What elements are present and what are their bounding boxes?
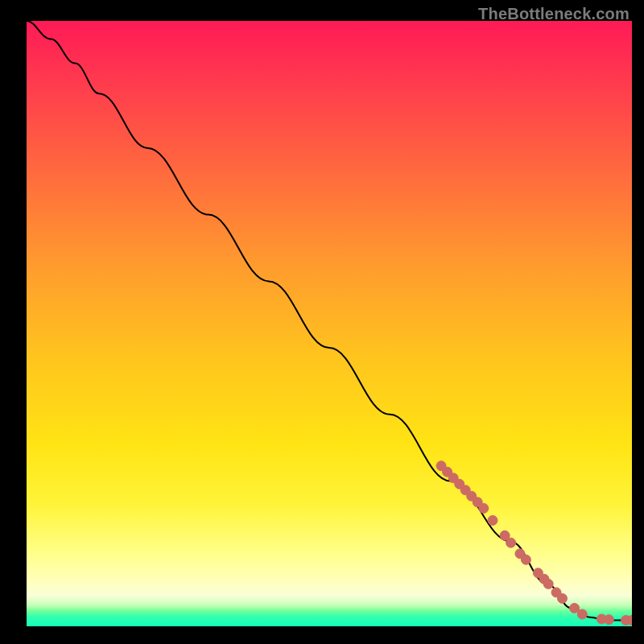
chart-stage: TheBottleneck.com: [0, 0, 644, 644]
scatter-dot: [558, 593, 568, 603]
plot-svg: [27, 21, 632, 626]
scatter-dot: [604, 615, 613, 625]
bottleneck-curve: [27, 21, 632, 621]
scatter-dot: [479, 503, 489, 513]
scatter-dots: [436, 461, 632, 625]
scatter-dot: [577, 609, 587, 619]
scatter-dot: [543, 579, 553, 588]
plot-area: [27, 21, 632, 626]
scatter-dot: [488, 515, 497, 525]
scatter-dot: [521, 555, 530, 564]
scatter-dot: [506, 538, 516, 547]
